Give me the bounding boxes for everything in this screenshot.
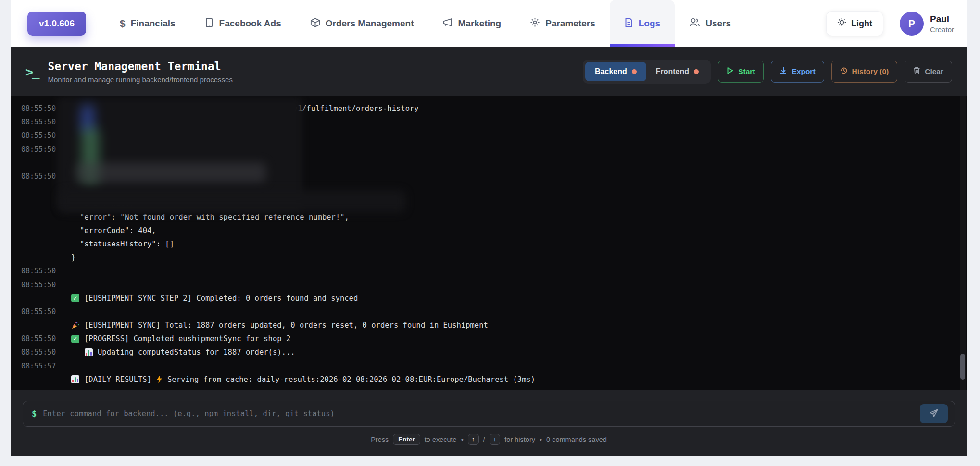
arrow-up-key: ↑	[468, 434, 479, 445]
log-scrollbar-thumb[interactable]	[960, 354, 965, 380]
package-icon	[310, 17, 320, 30]
log-scrollbar-track	[960, 96, 966, 390]
log-message: }	[71, 253, 75, 262]
bolt-icon	[156, 375, 163, 383]
version-badge: v1.0.606	[27, 12, 86, 36]
log-timestamp: 08:55:50	[21, 281, 71, 289]
command-section: $ Press Enter to execute • ↑ / ↓ for his…	[11, 390, 967, 456]
terminal-header: >_ Server Management Terminal Monitor an…	[11, 47, 967, 96]
theme-toggle-button[interactable]: Light	[826, 11, 883, 36]
nav-item-financials[interactable]: $ Financials	[105, 0, 190, 47]
export-button[interactable]: Export	[771, 61, 824, 83]
log-message: [DAILY RESULTS]Serving from cache: daily…	[71, 375, 535, 384]
terminal-actions: Backend Frontend Start Export	[583, 60, 952, 84]
nav-item-logs[interactable]: Logs	[610, 0, 675, 47]
gear-icon	[530, 17, 540, 30]
nav-item-facebook-ads[interactable]: Facebook Ads	[190, 0, 296, 47]
terminal-title: Server Management Terminal	[48, 60, 233, 73]
frontend-status-dot	[694, 69, 699, 74]
nav-item-parameters[interactable]: Parameters	[515, 0, 610, 47]
log-timestamp: 08:55:50	[21, 348, 71, 356]
redacted-lower-smudge	[59, 190, 405, 212]
nav-item-label: Orders Management	[326, 18, 414, 29]
theme-toggle-label: Light	[851, 19, 872, 29]
log-row: "errorCode": 404,	[11, 224, 967, 237]
nav-item-label: Marketing	[458, 18, 501, 29]
process-tab-group: Backend Frontend	[583, 60, 711, 84]
command-hints: Press Enter to execute • ↑ / ↓ for histo…	[23, 434, 955, 445]
play-icon	[727, 67, 734, 76]
log-output-area[interactable]: 08:55:50/v1/fulfilment/orders-history08:…	[11, 96, 967, 390]
log-message: "statusesHistory": []	[71, 240, 174, 248]
log-row: 08:55:50	[11, 278, 967, 291]
tab-backend[interactable]: Backend	[585, 62, 646, 81]
download-icon	[779, 67, 787, 76]
log-row: 08:55:50	[11, 264, 967, 278]
log-timestamp: 08:55:57	[21, 362, 71, 370]
command-prompt-symbol: $	[32, 409, 37, 418]
commands-saved-count: 0 commands saved	[546, 436, 607, 443]
command-input[interactable]	[43, 409, 920, 418]
avatar: P	[900, 12, 924, 36]
log-row: 08:55:57	[11, 359, 967, 373]
log-row: }	[11, 251, 967, 264]
log-row: "statusesHistory": []	[11, 237, 967, 251]
nav-item-users[interactable]: Users	[675, 0, 745, 47]
profile[interactable]: P Paul Creator	[900, 12, 954, 36]
sun-icon	[837, 18, 846, 29]
nav-item-marketing[interactable]: Marketing	[428, 0, 515, 47]
log-row: [DAILY RESULTS]Serving from cache: daily…	[11, 373, 967, 386]
tab-label: Backend	[595, 67, 627, 76]
profile-role: Creator	[930, 25, 954, 34]
nav-item-orders-management[interactable]: Orders Management	[296, 0, 428, 47]
nav-items: $ Financials Facebook Ads Orders Managem…	[105, 0, 745, 47]
terminal-prompt-icon: >_	[25, 64, 38, 79]
top-nav: v1.0.606 $ Financials Facebook Ads Order…	[11, 0, 967, 47]
redacted-grey-smudge	[76, 162, 266, 183]
log-row: [EUSHIPMENT SYNC] Total: 1887 orders upd…	[11, 319, 967, 332]
log-message: [EUSHIPMENT SYNC] Total: 1887 orders upd…	[71, 321, 488, 330]
arrow-down-key: ↓	[490, 434, 501, 445]
nav-right: Light P Paul Creator	[826, 11, 954, 36]
log-timestamp: 08:55:50	[21, 334, 71, 343]
chart-icon	[71, 375, 79, 383]
clear-button[interactable]: Clear	[905, 61, 952, 83]
log-timestamp: 08:55:50	[21, 267, 71, 275]
check-icon: ✓	[71, 335, 79, 343]
log-message: "error": "Not found order with specified…	[71, 213, 349, 221]
app-window: v1.0.606 $ Financials Facebook Ads Order…	[11, 0, 967, 456]
log-row: 08:55:50✓[PROGRESS] Completed eushipment…	[11, 332, 967, 345]
tab-frontend[interactable]: Frontend	[646, 62, 708, 81]
tab-label: Frontend	[656, 67, 689, 76]
start-button[interactable]: Start	[718, 61, 764, 83]
terminal-subtitle: Monitor and manage running backend/front…	[48, 75, 233, 84]
nav-item-label: Facebook Ads	[219, 18, 281, 29]
history-clock-icon	[840, 67, 848, 76]
log-message: "errorCode": 404,	[71, 226, 156, 235]
users-icon	[689, 17, 700, 30]
check-icon: ✓	[71, 294, 79, 302]
dollar-icon: $	[120, 18, 126, 29]
command-input-box: $	[23, 401, 955, 427]
nav-item-label: Logs	[639, 18, 660, 29]
nav-item-label: Users	[705, 18, 731, 29]
log-message: ✓[EUSHIPMENT SYNC STEP 2] Completed: 0 o…	[71, 294, 358, 303]
nav-item-label: Parameters	[545, 18, 595, 29]
party-icon	[71, 321, 79, 330]
nav-item-label: Financials	[131, 18, 176, 29]
document-icon	[624, 17, 633, 30]
log-row: 08:55:50Updating computedStatus for 1887…	[11, 345, 967, 359]
log-row: 08:55:50	[11, 305, 967, 319]
log-message: ✓[PROGRESS] Completed eushipmentSync for…	[71, 334, 290, 343]
mobile-icon	[204, 17, 214, 30]
profile-name: Paul	[930, 14, 954, 25]
backend-status-dot	[632, 69, 637, 74]
send-command-button[interactable]	[920, 404, 948, 423]
server-terminal-panel: >_ Server Management Terminal Monitor an…	[11, 47, 967, 456]
send-plane-icon	[929, 408, 939, 419]
log-message: Updating computedStatus for 1887 order(s…	[71, 348, 295, 356]
history-button[interactable]: History (0)	[831, 61, 898, 83]
log-row: ✓[EUSHIPMENT SYNC STEP 2] Completed: 0 o…	[11, 292, 967, 305]
megaphone-icon	[442, 18, 452, 30]
chart-icon	[85, 348, 93, 356]
